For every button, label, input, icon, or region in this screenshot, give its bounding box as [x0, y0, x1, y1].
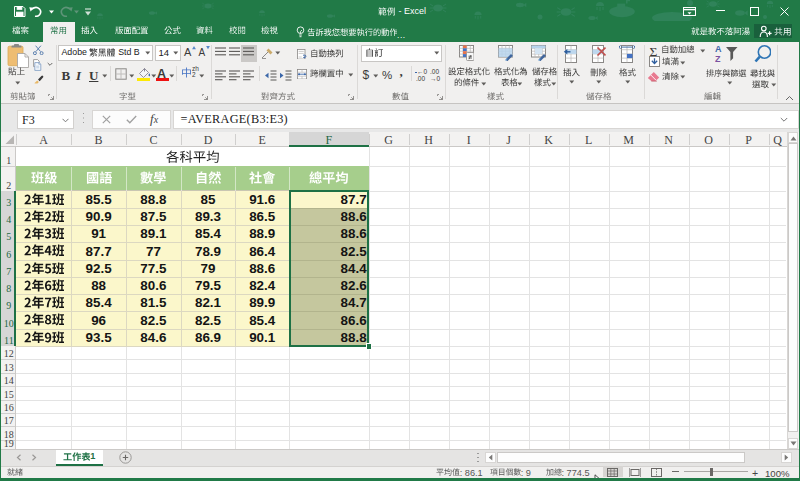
svg-text:→0: →0 [430, 74, 441, 81]
svg-text:Z: Z [715, 54, 721, 63]
svg-text:A: A [715, 44, 722, 54]
svg-text:.00: .00 [416, 74, 425, 81]
